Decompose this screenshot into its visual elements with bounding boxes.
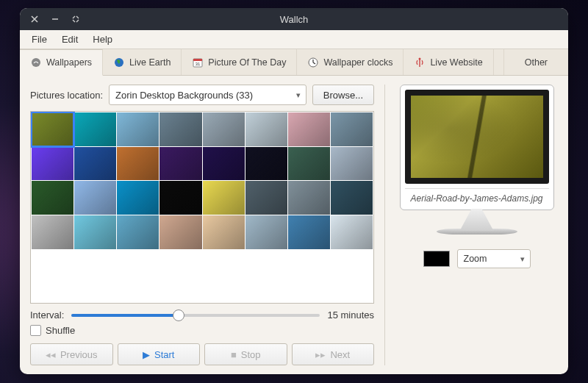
tab-label: Picture Of The Day [208,57,286,68]
wallpaper-thumbnail[interactable] [32,112,74,146]
wallpaper-thumbnail[interactable] [117,181,159,215]
wallpaper-thumbnail[interactable] [159,215,201,249]
location-row: Pictures location: Zorin Desktop Backgro… [30,85,374,105]
wallpaper-thumbnail[interactable] [32,147,74,181]
wallpaper-thumbnail[interactable] [245,181,287,215]
wallpaper-thumbnail[interactable] [159,147,201,181]
location-dropdown[interactable]: Zorin Desktop Backgrounds (33) [109,85,306,105]
wallpapers-icon [30,57,42,68]
wallpaper-thumbnail[interactable] [331,181,373,215]
wallpaper-thumbnail[interactable] [159,112,201,146]
monitor-stand [460,209,494,231]
tab-label: Wallpaper clocks [323,57,392,68]
svg-rect-3 [193,59,202,61]
wallpaper-thumbnail[interactable] [74,181,116,215]
thumbnail-grid-container [30,111,374,304]
clock-icon [307,57,319,68]
wallpaper-thumbnail[interactable] [203,181,245,215]
tab-label: Live Earth [129,57,171,68]
menubar: File Edit Help [20,30,568,49]
interval-slider[interactable] [71,314,320,317]
tab-label: Live Website [430,57,482,68]
wallpaper-thumbnail[interactable] [288,181,330,215]
stop-icon: ■ [231,349,237,360]
next-label: Next [330,349,350,360]
wallpaper-thumbnail[interactable] [203,147,245,181]
wallpaper-thumbnail[interactable] [288,147,330,181]
wallpaper-thumbnail[interactable] [74,215,116,249]
play-icon: ▶ [143,349,150,360]
close-icon[interactable] [29,13,40,25]
location-label: Pictures location: [30,90,103,101]
start-button[interactable]: ▶ Start [118,343,201,365]
wallpaper-thumbnail[interactable] [245,147,287,181]
shuffle-row: Shuffle [30,325,374,336]
location-combo-wrap: Zorin Desktop Backgrounds (33) [109,85,306,105]
calendar-icon: 31 [192,57,204,68]
left-pane: Pictures location: Zorin Desktop Backgro… [30,85,374,365]
minimize-icon[interactable] [49,13,61,25]
slider-thumb[interactable] [173,309,184,321]
tab-live-earth[interactable]: Live Earth [103,49,182,75]
tab-wallpapers[interactable]: Wallpapers [20,49,103,76]
wallpaper-thumbnail[interactable] [288,215,330,249]
menu-help[interactable]: Help [87,32,118,47]
tab-picture-of-the-day[interactable]: 31 Picture Of The Day [182,49,297,75]
tab-wallpaper-clocks[interactable]: Wallpaper clocks [297,49,404,75]
next-button[interactable]: ▸▸ Next [292,343,375,365]
wallpaper-thumbnail[interactable] [331,147,373,181]
maximize-icon[interactable] [70,13,82,25]
wallpaper-thumbnail[interactable] [203,112,245,146]
playback-controls: ◂◂ Previous ▶ Start ■ Stop ▸▸ Next [30,343,374,365]
wallpaper-thumbnail[interactable] [74,147,116,181]
previous-icon: ◂◂ [46,349,56,360]
menu-edit[interactable]: Edit [56,32,84,47]
wallpaper-thumbnail[interactable] [32,215,74,249]
titlebar: Wallch [20,8,568,30]
wallpaper-thumbnail[interactable] [159,181,201,215]
scale-mode-value: Zoom [464,254,487,264]
wallpaper-thumbnail[interactable] [203,215,245,249]
wallpaper-thumbnail[interactable] [117,112,159,146]
wallpaper-thumbnail[interactable] [74,112,116,146]
stop-button[interactable]: ■ Stop [204,343,287,365]
content-area: Pictures location: Zorin Desktop Backgro… [20,76,568,374]
wallpaper-thumbnail[interactable] [245,215,287,249]
next-icon: ▸▸ [315,349,326,360]
scale-mode-dropdown[interactable]: Zoom [457,249,531,268]
stop-label: Stop [241,349,261,360]
svg-text:31: 31 [196,62,201,66]
previous-button[interactable]: ◂◂ Previous [30,343,113,365]
earth-icon [113,57,125,68]
antenna-icon [414,57,426,68]
window-controls [20,13,82,25]
wallpaper-thumbnail[interactable] [32,181,74,215]
preview-screen [405,90,549,184]
wallpaper-thumbnail[interactable] [331,112,373,146]
tab-label: Wallpapers [46,57,92,68]
tab-label: Other [525,57,548,68]
wallpaper-thumbnail[interactable] [117,215,159,249]
wallpaper-thumbnail[interactable] [117,147,159,181]
window-title: Wallch [20,14,568,25]
preview-filename: Aerial-Road-by-James-Adams.jpg [405,188,549,205]
interval-label: Interval: [30,309,64,321]
interval-row: Interval: 15 minutes [30,309,374,321]
preview-monitor: Aerial-Road-by-James-Adams.jpg [400,85,554,210]
svg-point-6 [419,57,421,60]
thumbnail-grid [31,112,373,250]
wallch-window: Wallch File Edit Help Wallpapers Live Ea… [20,8,568,374]
tab-live-website[interactable]: Live Website [404,49,493,75]
wallpaper-thumbnail[interactable] [245,112,287,146]
slider-fill [71,314,178,317]
shuffle-checkbox[interactable] [30,325,41,336]
preview-pane: Aerial-Road-by-James-Adams.jpg Zoom [384,85,558,365]
wallpaper-thumbnail[interactable] [331,215,373,249]
tab-other[interactable]: Other [503,49,568,75]
menu-file[interactable]: File [26,32,53,47]
browse-button[interactable]: Browse... [312,85,374,105]
background-color-picker[interactable] [423,251,450,267]
preview-controls: Zoom [395,249,558,268]
interval-value: 15 minutes [327,309,374,321]
wallpaper-thumbnail[interactable] [288,112,330,146]
